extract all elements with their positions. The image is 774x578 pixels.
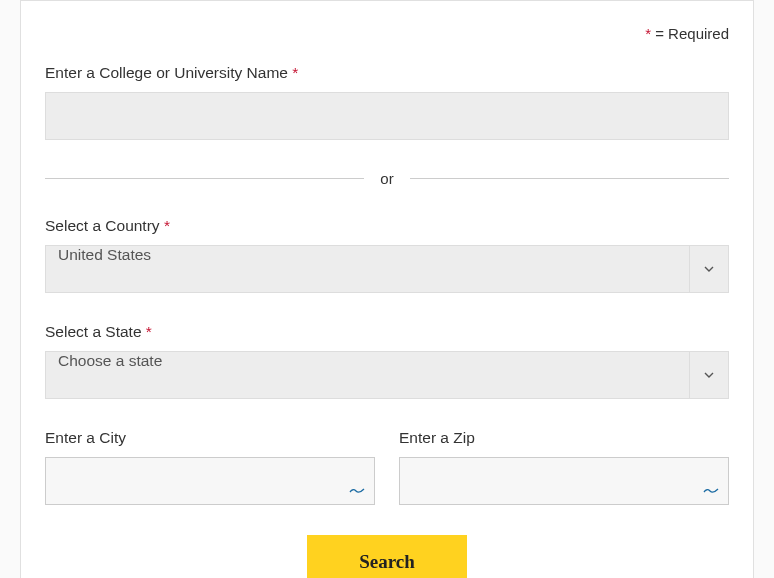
divider-text: or (380, 170, 393, 187)
search-button[interactable]: Search (307, 535, 467, 578)
search-button-row: Search (45, 535, 729, 578)
city-field-group: Enter a City (45, 429, 375, 505)
divider-line-right (410, 178, 729, 179)
chevron-down-icon (689, 245, 729, 293)
chevron-down-icon (689, 351, 729, 399)
city-input[interactable] (45, 457, 375, 505)
country-label: Select a Country * (45, 217, 729, 235)
college-input[interactable] (45, 92, 729, 140)
city-zip-row: Enter a City Enter a Zip (45, 429, 729, 505)
required-asterisk: * (164, 217, 170, 234)
college-label: Enter a College or University Name * (45, 64, 729, 82)
country-field-group: Select a Country * United States (45, 217, 729, 293)
or-divider: or (45, 170, 729, 187)
search-form-panel: * = Required Enter a College or Universi… (20, 0, 754, 578)
zip-label: Enter a Zip (399, 429, 729, 447)
city-label: Enter a City (45, 429, 375, 447)
required-text: = Required (655, 25, 729, 42)
state-label: Select a State * (45, 323, 729, 341)
country-select[interactable]: United States (45, 245, 689, 293)
zip-field-group: Enter a Zip (399, 429, 729, 505)
state-field-group: Select a State * Choose a state (45, 323, 729, 399)
divider-line-left (45, 178, 364, 179)
state-select-wrap[interactable]: Choose a state (45, 351, 729, 399)
required-asterisk: * (645, 25, 651, 42)
required-asterisk: * (292, 64, 298, 81)
country-select-wrap[interactable]: United States (45, 245, 729, 293)
zip-input[interactable] (399, 457, 729, 505)
state-select[interactable]: Choose a state (45, 351, 689, 399)
required-asterisk: * (146, 323, 152, 340)
college-field-group: Enter a College or University Name * (45, 64, 729, 140)
required-note: * = Required (45, 25, 729, 42)
